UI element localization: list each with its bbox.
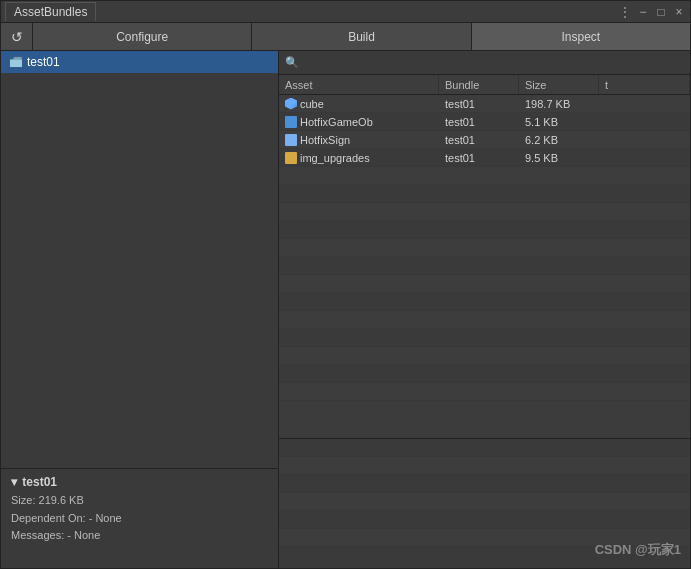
size-cell: 6.2 KB	[519, 133, 599, 147]
title-bar: AssetBundles ⋮ − □ ×	[1, 1, 690, 23]
table-row[interactable]: HotfixGameOb test01 5.1 KB	[279, 113, 690, 131]
info-dependent: Dependent On: - None	[11, 510, 268, 528]
asset-table: Asset Bundle Size t	[279, 75, 690, 438]
info-bundle-name: ▾ test01	[11, 475, 268, 489]
right-panel: 🔍 Asset Bundle Size t	[279, 51, 690, 568]
info-messages: Messages: - None	[11, 527, 268, 545]
search-bar: 🔍	[279, 51, 690, 75]
content-area: test01 ▾ test01 Size: 219.6 KB Dependent…	[1, 51, 690, 568]
svg-marker-1	[10, 60, 22, 67]
size-cell: 5.1 KB	[519, 115, 599, 129]
left-panel: test01 ▾ test01 Size: 219.6 KB Dependent…	[1, 51, 279, 568]
bundle-cell: test01	[439, 115, 519, 129]
cube-icon	[285, 98, 297, 110]
size-cell: 198.7 KB	[519, 97, 599, 111]
window-title: AssetBundles	[5, 2, 96, 21]
asset-name-cell: HotfixSign	[279, 133, 439, 147]
empty-row	[279, 257, 690, 275]
empty-row	[279, 275, 690, 293]
empty-row	[279, 167, 690, 185]
header-t: t	[599, 75, 690, 94]
detail-panel	[279, 438, 690, 568]
close-icon[interactable]: ×	[672, 5, 686, 19]
search-input[interactable]	[303, 56, 684, 70]
bundle-cell: test01	[439, 133, 519, 147]
t-cell	[599, 157, 690, 159]
asset-name-cell: HotfixGameOb	[279, 115, 439, 129]
empty-row	[279, 239, 690, 257]
menu-icon[interactable]: ⋮	[618, 5, 632, 19]
table-row[interactable]: cube test01 198.7 KB	[279, 95, 690, 113]
empty-row	[279, 365, 690, 383]
empty-row	[279, 185, 690, 203]
bundle-cell: test01	[439, 151, 519, 165]
empty-row	[279, 439, 690, 457]
empty-row	[279, 329, 690, 347]
asset-name-cell: img_upgrades	[279, 151, 439, 165]
maximize-icon[interactable]: □	[654, 5, 668, 19]
empty-row	[279, 293, 690, 311]
info-panel: ▾ test01 Size: 219.6 KB Dependent On: - …	[1, 468, 278, 568]
image-icon	[285, 152, 297, 164]
prefab-icon	[285, 116, 297, 128]
title-bar-icons: ⋮ − □ ×	[618, 5, 686, 19]
empty-row	[279, 493, 690, 511]
empty-row	[279, 383, 690, 401]
asset-name-cell: cube	[279, 97, 439, 111]
empty-row	[279, 547, 690, 565]
t-cell	[599, 121, 690, 123]
bundle-list: test01	[1, 51, 278, 468]
header-bundle: Bundle	[439, 75, 519, 94]
title-bar-left: AssetBundles	[5, 2, 96, 21]
header-size: Size	[519, 75, 599, 94]
bundle-cell: test01	[439, 97, 519, 111]
table-row[interactable]: img_upgrades test01 9.5 KB	[279, 149, 690, 167]
table-header: Asset Bundle Size t	[279, 75, 690, 95]
bundle-item[interactable]: test01	[1, 51, 278, 73]
refresh-button[interactable]: ↺	[1, 23, 33, 50]
toolbar: ↺ Configure Build Inspect	[1, 23, 690, 51]
info-expand-icon: ▾	[11, 475, 17, 489]
bundle-folder-icon	[9, 55, 23, 69]
minimize-icon[interactable]: −	[636, 5, 650, 19]
t-cell	[599, 103, 690, 105]
script-icon	[285, 134, 297, 146]
empty-row	[279, 511, 690, 529]
t-cell	[599, 139, 690, 141]
search-icon: 🔍	[285, 56, 299, 69]
empty-row	[279, 203, 690, 221]
bundle-item-label: test01	[27, 55, 60, 69]
info-size: Size: 219.6 KB	[11, 492, 268, 510]
empty-row	[279, 311, 690, 329]
build-button[interactable]: Build	[252, 23, 471, 50]
header-asset: Asset	[279, 75, 439, 94]
size-cell: 9.5 KB	[519, 151, 599, 165]
table-row[interactable]: HotfixSign test01 6.2 KB	[279, 131, 690, 149]
inspect-button[interactable]: Inspect	[472, 23, 690, 50]
empty-row	[279, 221, 690, 239]
empty-row	[279, 457, 690, 475]
empty-row	[279, 475, 690, 493]
empty-row	[279, 347, 690, 365]
empty-row	[279, 529, 690, 547]
configure-button[interactable]: Configure	[33, 23, 252, 50]
